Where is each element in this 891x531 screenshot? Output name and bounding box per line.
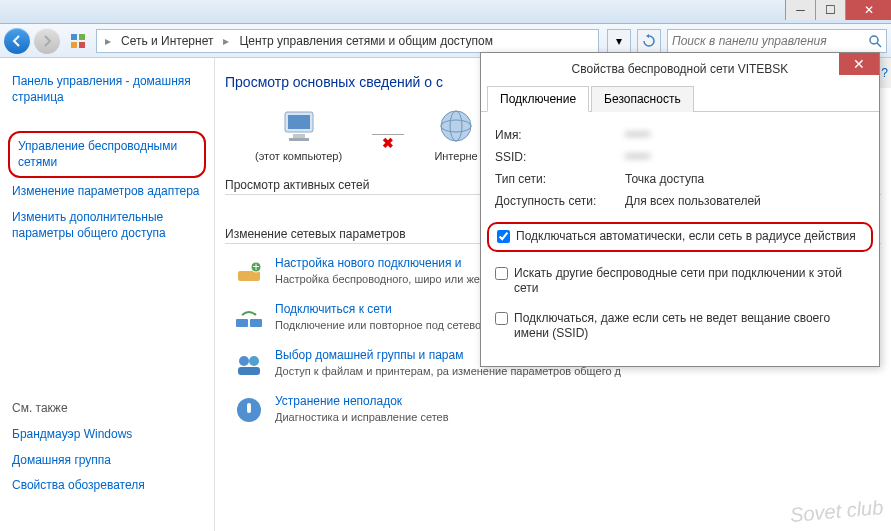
svg-rect-2 — [71, 42, 77, 48]
back-button[interactable] — [4, 28, 30, 54]
dialog-body: Имя: •••••• SSID: •••••• Тип сети: Точка… — [481, 112, 879, 366]
prop-label-ssid: SSID: — [495, 150, 625, 164]
prop-value-type: Точка доступа — [625, 172, 704, 186]
arrow-right-icon — [40, 34, 54, 48]
svg-rect-16 — [236, 319, 248, 327]
window-titlebar: ─ ☐ ✕ — [0, 0, 891, 24]
refresh-button[interactable] — [637, 29, 661, 53]
svg-point-10 — [441, 111, 471, 141]
svg-point-4 — [870, 36, 878, 44]
connection-line: ─ ─ ─ ─ ✖ — [372, 127, 402, 141]
svg-point-19 — [249, 356, 259, 366]
maximize-button[interactable]: ☐ — [815, 0, 845, 20]
breadcrumb-sep: ▸ — [219, 32, 233, 50]
arrow-left-icon — [10, 34, 24, 48]
see-also-title: См. также — [8, 397, 206, 419]
connect-icon — [233, 302, 265, 334]
task-troubleshoot: Устранение неполадок Диагностика и испра… — [233, 394, 881, 426]
svg-rect-7 — [288, 115, 310, 129]
svg-rect-1 — [79, 34, 85, 40]
breadcrumb-sep: ▸ — [101, 32, 115, 50]
svg-line-5 — [877, 43, 881, 47]
prop-value-avail: Для всех пользователей — [625, 194, 761, 208]
troubleshoot-icon — [233, 394, 265, 426]
search-box[interactable] — [667, 29, 887, 53]
check-auto-connect: Подключаться автоматически, если сеть в … — [487, 222, 873, 252]
see-also-browser[interactable]: Свойства обозревателя — [8, 474, 206, 498]
sidebar-item-adapter[interactable]: Изменение параметров адаптера — [8, 180, 206, 204]
prop-label-avail: Доступность сети: — [495, 194, 625, 208]
svg-point-18 — [239, 356, 249, 366]
svg-rect-9 — [289, 138, 309, 141]
see-also-homegroup[interactable]: Домашняя группа — [8, 449, 206, 473]
breadcrumb-item[interactable]: Сеть и Интернет — [117, 32, 217, 50]
new-connection-icon: + — [233, 256, 265, 288]
prop-value-ssid: •••••• — [625, 150, 650, 164]
checkbox-hidden-ssid[interactable] — [495, 312, 508, 325]
check-hidden-ssid: Подключаться, даже если сеть не ведет ве… — [495, 311, 865, 342]
check-label-auto[interactable]: Подключаться автоматически, если сеть в … — [516, 229, 863, 245]
globe-icon — [432, 106, 480, 146]
tab-connection[interactable]: Подключение — [487, 86, 589, 112]
check-label-hidden[interactable]: Подключаться, даже если сеть не ведет ве… — [514, 311, 865, 342]
sidebar-item-home[interactable]: Панель управления - домашняя страница — [8, 70, 206, 109]
location-icon — [68, 31, 88, 51]
sidebar-item-sharing[interactable]: Изменить дополнительные параметры общего… — [8, 206, 206, 245]
dialog-titlebar: Свойства беспроводной сети VITEBSK ✕ — [481, 53, 879, 85]
sidebar: Панель управления - домашняя страница Уп… — [0, 58, 215, 531]
homegroup-icon — [233, 348, 265, 380]
forward-button[interactable] — [34, 28, 60, 54]
prop-label-name: Имя: — [495, 128, 625, 142]
check-search-other: Искать другие беспроводные сети при подк… — [495, 266, 865, 297]
svg-rect-17 — [250, 319, 262, 327]
dialog-title: Свойства беспроводной сети VITEBSK — [572, 62, 789, 76]
svg-rect-22 — [247, 403, 251, 413]
network-label-computer: (этот компьютер) — [255, 150, 342, 162]
svg-rect-3 — [79, 42, 85, 48]
checkbox-auto-connect[interactable] — [497, 230, 510, 243]
task-desc: Диагностика и исправление сетев — [275, 410, 881, 424]
refresh-icon — [642, 34, 656, 48]
close-button[interactable]: ✕ — [845, 0, 891, 20]
prop-label-type: Тип сети: — [495, 172, 625, 186]
breadcrumb-item[interactable]: Центр управления сетями и общим доступом — [235, 32, 497, 50]
tab-security[interactable]: Безопасность — [591, 86, 694, 112]
computer-icon — [275, 106, 323, 146]
search-icon — [868, 34, 882, 48]
checkbox-search-other[interactable] — [495, 267, 508, 280]
breadcrumb: ▸ Сеть и Интернет ▸ Центр управления сет… — [101, 32, 497, 50]
wireless-properties-dialog: Свойства беспроводной сети VITEBSK ✕ Под… — [480, 52, 880, 367]
svg-rect-8 — [293, 134, 305, 138]
svg-rect-0 — [71, 34, 77, 40]
task-link-troubleshoot[interactable]: Устранение неполадок — [275, 394, 881, 408]
svg-text:+: + — [252, 260, 259, 274]
network-label-internet: Интерне — [434, 150, 477, 162]
minimize-button[interactable]: ─ — [785, 0, 815, 20]
see-also-firewall[interactable]: Брандмауэр Windows — [8, 423, 206, 447]
addr-dropdown[interactable]: ▾ — [607, 29, 631, 53]
check-label-search[interactable]: Искать другие беспроводные сети при подк… — [514, 266, 865, 297]
prop-value-name: •••••• — [625, 128, 650, 142]
svg-rect-20 — [238, 367, 260, 375]
connection-error-icon: ✖ — [382, 135, 392, 151]
dialog-close-button[interactable]: ✕ — [839, 53, 879, 75]
address-bar[interactable]: ▸ Сеть и Интернет ▸ Центр управления сет… — [96, 29, 599, 53]
sidebar-item-wireless-manage[interactable]: Управление беспроводными сетями — [8, 131, 206, 178]
search-input[interactable] — [672, 34, 868, 48]
dialog-tabs: Подключение Безопасность — [481, 85, 879, 112]
